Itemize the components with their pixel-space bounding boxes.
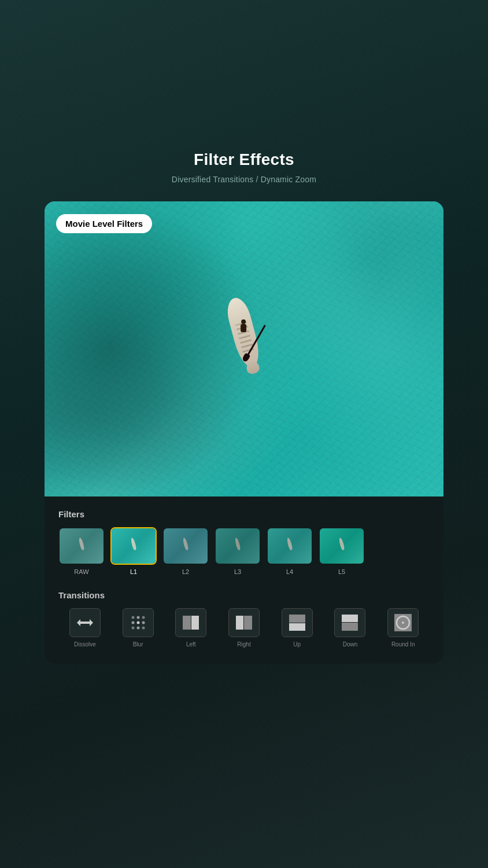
transition-icon-dissolve (69, 608, 101, 637)
svg-rect-13 (244, 616, 252, 630)
transition-icon-right (228, 608, 260, 637)
svg-point-7 (131, 627, 134, 630)
dissolve-svg-icon (75, 612, 95, 633)
transitions-row: Dissolve Blur (58, 608, 430, 648)
transition-icon-round-in (387, 608, 419, 637)
filter-thumb-inner-l5 (320, 528, 364, 564)
transition-label-right: Right (237, 641, 250, 648)
filter-label-l3: L3 (234, 568, 241, 575)
filter-label-l4: L4 (286, 568, 293, 575)
filter-mini-board-l1 (130, 538, 136, 551)
main-card: Movie Level Filters Filters RAW (45, 201, 443, 664)
filter-item-l3[interactable]: L3 (215, 527, 261, 575)
transition-icon-down (334, 608, 365, 637)
filter-label-l1: L1 (130, 568, 137, 575)
filter-thumb-inner-l4 (268, 528, 312, 564)
down-svg-icon (339, 612, 360, 633)
bottom-panel: Filters RAW L1 (45, 496, 443, 664)
transition-item-right[interactable]: Right (217, 608, 271, 648)
filter-mini-board-l5 (338, 538, 345, 551)
svg-point-1 (131, 616, 134, 619)
svg-rect-15 (289, 623, 305, 631)
transition-item-dissolve[interactable]: Dissolve (58, 608, 112, 648)
transition-item-up[interactable]: Up (271, 608, 324, 648)
filter-item-raw[interactable]: RAW (58, 527, 105, 575)
header-section: Filter Effects Diversified Transitions /… (172, 150, 316, 184)
transition-label-up: Up (293, 641, 301, 648)
filter-label-l5: L5 (338, 568, 345, 575)
up-svg-icon (287, 612, 308, 633)
transition-label-down: Down (343, 641, 358, 648)
filter-thumb-inner-l3 (216, 528, 260, 564)
transition-item-down[interactable]: Down (324, 608, 377, 648)
transition-icon-blur (123, 608, 154, 637)
filter-thumb-inner-raw (60, 528, 103, 564)
filter-label-l2: L2 (182, 568, 189, 575)
svg-point-20 (402, 621, 404, 624)
preview-image: Movie Level Filters (45, 201, 443, 496)
transition-label-round-in: Round In (391, 641, 415, 648)
filter-item-l2[interactable]: L2 (162, 527, 209, 575)
svg-point-3 (142, 616, 145, 619)
filter-thumb-inner-l1 (112, 528, 156, 564)
page-subtitle: Diversified Transitions / Dynamic Zoom (172, 175, 316, 184)
movie-level-badge: Movie Level Filters (56, 214, 152, 233)
filter-mini-board-l4 (286, 538, 293, 551)
svg-point-5 (136, 621, 139, 624)
svg-rect-16 (342, 615, 358, 622)
transition-label-left: Left (186, 641, 196, 648)
svg-point-4 (131, 621, 134, 624)
filter-mini-board-l3 (234, 538, 241, 551)
person-body (241, 324, 246, 332)
blur-svg-icon (128, 612, 149, 633)
filter-thumb-l2 (162, 527, 209, 565)
svg-marker-0 (77, 619, 93, 626)
water-dark-patch (45, 201, 264, 496)
svg-point-6 (142, 621, 145, 624)
water-light-patch (244, 201, 443, 496)
svg-rect-10 (183, 616, 191, 630)
transitions-label: Transitions (58, 590, 430, 600)
filter-thumb-raw (58, 527, 105, 565)
transition-label-dissolve: Dissolve (74, 641, 96, 648)
filter-item-l5[interactable]: L5 (319, 527, 365, 575)
transition-item-round-in[interactable]: Round In (376, 608, 430, 648)
transition-item-blur[interactable]: Blur (112, 608, 165, 648)
left-svg-icon (180, 612, 201, 633)
svg-rect-11 (191, 616, 199, 630)
transition-icon-left (175, 608, 206, 637)
svg-rect-14 (289, 615, 305, 623)
svg-point-9 (142, 627, 145, 630)
right-svg-icon (234, 612, 254, 633)
person-silhouette (238, 319, 249, 332)
filter-thumb-l4 (267, 527, 313, 565)
filter-item-l1[interactable]: L1 (110, 527, 157, 575)
page-title: Filter Effects (172, 150, 316, 169)
filters-row: RAW L1 L2 (58, 527, 430, 575)
filter-thumb-inner-l2 (164, 528, 208, 564)
transition-item-left[interactable]: Left (164, 608, 217, 648)
svg-rect-12 (236, 616, 243, 630)
filter-item-l4[interactable]: L4 (267, 527, 313, 575)
filter-label-raw: RAW (74, 568, 88, 575)
filter-thumb-l1 (110, 527, 157, 565)
svg-point-8 (136, 627, 139, 630)
svg-rect-17 (342, 623, 358, 631)
filter-thumb-l3 (215, 527, 261, 565)
filters-label: Filters (58, 509, 430, 519)
person-head (241, 319, 246, 324)
transition-label-blur: Blur (133, 641, 143, 648)
round-in-svg-icon (393, 612, 413, 633)
svg-point-2 (136, 616, 139, 619)
filter-thumb-l5 (319, 527, 365, 565)
filter-mini-board-l2 (182, 538, 188, 551)
transition-icon-up (282, 608, 313, 637)
filter-mini-board-raw (78, 538, 84, 551)
